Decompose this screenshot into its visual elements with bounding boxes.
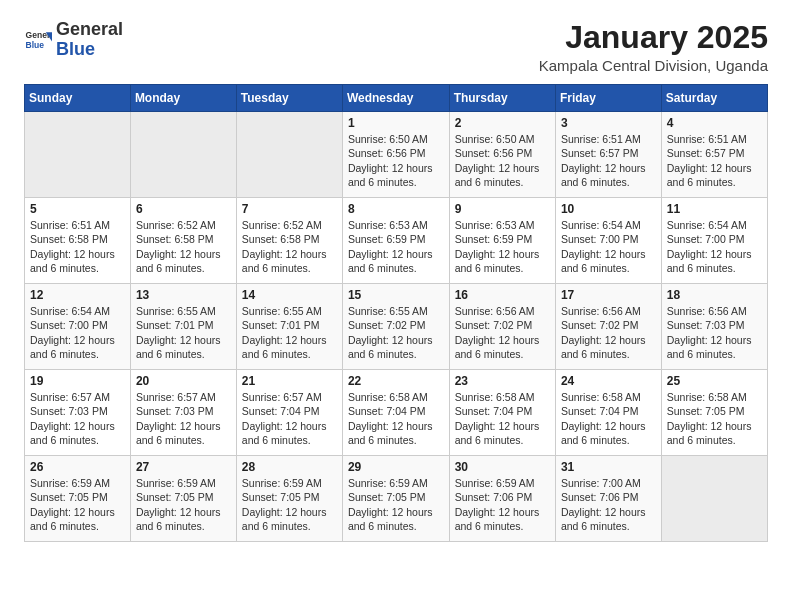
weekday-header-thursday: Thursday (449, 85, 555, 112)
day-number: 13 (136, 288, 231, 302)
day-number: 19 (30, 374, 125, 388)
calendar-cell: 14Sunrise: 6:55 AM Sunset: 7:01 PM Dayli… (236, 284, 342, 370)
day-number: 24 (561, 374, 656, 388)
logo: General Blue General Blue (24, 20, 123, 60)
day-info: Sunrise: 6:54 AM Sunset: 7:00 PM Dayligh… (667, 218, 762, 275)
day-info: Sunrise: 6:51 AM Sunset: 6:57 PM Dayligh… (667, 132, 762, 189)
day-info: Sunrise: 6:54 AM Sunset: 7:00 PM Dayligh… (561, 218, 656, 275)
day-info: Sunrise: 6:53 AM Sunset: 6:59 PM Dayligh… (455, 218, 550, 275)
calendar-cell: 13Sunrise: 6:55 AM Sunset: 7:01 PM Dayli… (130, 284, 236, 370)
day-info: Sunrise: 6:58 AM Sunset: 7:04 PM Dayligh… (348, 390, 444, 447)
day-info: Sunrise: 6:57 AM Sunset: 7:04 PM Dayligh… (242, 390, 337, 447)
logo-icon: General Blue (24, 26, 52, 54)
day-info: Sunrise: 6:52 AM Sunset: 6:58 PM Dayligh… (136, 218, 231, 275)
day-number: 31 (561, 460, 656, 474)
calendar-cell: 12Sunrise: 6:54 AM Sunset: 7:00 PM Dayli… (25, 284, 131, 370)
weekday-header-friday: Friday (555, 85, 661, 112)
weekday-header-sunday: Sunday (25, 85, 131, 112)
day-info: Sunrise: 6:55 AM Sunset: 7:01 PM Dayligh… (242, 304, 337, 361)
calendar-cell: 15Sunrise: 6:55 AM Sunset: 7:02 PM Dayli… (342, 284, 449, 370)
calendar-cell: 21Sunrise: 6:57 AM Sunset: 7:04 PM Dayli… (236, 370, 342, 456)
calendar-cell: 6Sunrise: 6:52 AM Sunset: 6:58 PM Daylig… (130, 198, 236, 284)
day-number: 5 (30, 202, 125, 216)
calendar-cell: 10Sunrise: 6:54 AM Sunset: 7:00 PM Dayli… (555, 198, 661, 284)
day-number: 27 (136, 460, 231, 474)
calendar-cell (25, 112, 131, 198)
calendar-cell: 2Sunrise: 6:50 AM Sunset: 6:56 PM Daylig… (449, 112, 555, 198)
day-info: Sunrise: 6:59 AM Sunset: 7:05 PM Dayligh… (136, 476, 231, 533)
calendar-week-row: 19Sunrise: 6:57 AM Sunset: 7:03 PM Dayli… (25, 370, 768, 456)
day-number: 17 (561, 288, 656, 302)
day-info: Sunrise: 6:54 AM Sunset: 7:00 PM Dayligh… (30, 304, 125, 361)
calendar-week-row: 1Sunrise: 6:50 AM Sunset: 6:56 PM Daylig… (25, 112, 768, 198)
calendar-cell: 3Sunrise: 6:51 AM Sunset: 6:57 PM Daylig… (555, 112, 661, 198)
calendar-cell (236, 112, 342, 198)
calendar-cell: 7Sunrise: 6:52 AM Sunset: 6:58 PM Daylig… (236, 198, 342, 284)
day-number: 7 (242, 202, 337, 216)
weekday-header-saturday: Saturday (661, 85, 767, 112)
day-number: 14 (242, 288, 337, 302)
calendar-cell: 28Sunrise: 6:59 AM Sunset: 7:05 PM Dayli… (236, 456, 342, 542)
calendar-title: January 2025 (539, 20, 768, 55)
day-info: Sunrise: 6:58 AM Sunset: 7:05 PM Dayligh… (667, 390, 762, 447)
day-info: Sunrise: 7:00 AM Sunset: 7:06 PM Dayligh… (561, 476, 656, 533)
calendar-cell: 23Sunrise: 6:58 AM Sunset: 7:04 PM Dayli… (449, 370, 555, 456)
calendar-cell: 19Sunrise: 6:57 AM Sunset: 7:03 PM Dayli… (25, 370, 131, 456)
day-number: 2 (455, 116, 550, 130)
day-number: 11 (667, 202, 762, 216)
day-number: 25 (667, 374, 762, 388)
calendar-cell: 30Sunrise: 6:59 AM Sunset: 7:06 PM Dayli… (449, 456, 555, 542)
calendar-cell: 20Sunrise: 6:57 AM Sunset: 7:03 PM Dayli… (130, 370, 236, 456)
calendar-cell: 9Sunrise: 6:53 AM Sunset: 6:59 PM Daylig… (449, 198, 555, 284)
day-number: 3 (561, 116, 656, 130)
svg-text:Blue: Blue (26, 40, 45, 50)
calendar-cell: 5Sunrise: 6:51 AM Sunset: 6:58 PM Daylig… (25, 198, 131, 284)
calendar-cell: 27Sunrise: 6:59 AM Sunset: 7:05 PM Dayli… (130, 456, 236, 542)
calendar-cell: 1Sunrise: 6:50 AM Sunset: 6:56 PM Daylig… (342, 112, 449, 198)
day-number: 4 (667, 116, 762, 130)
day-info: Sunrise: 6:50 AM Sunset: 6:56 PM Dayligh… (455, 132, 550, 189)
day-info: Sunrise: 6:52 AM Sunset: 6:58 PM Dayligh… (242, 218, 337, 275)
calendar-cell (130, 112, 236, 198)
calendar-cell: 16Sunrise: 6:56 AM Sunset: 7:02 PM Dayli… (449, 284, 555, 370)
day-info: Sunrise: 6:55 AM Sunset: 7:01 PM Dayligh… (136, 304, 231, 361)
day-info: Sunrise: 6:57 AM Sunset: 7:03 PM Dayligh… (30, 390, 125, 447)
day-info: Sunrise: 6:55 AM Sunset: 7:02 PM Dayligh… (348, 304, 444, 361)
weekday-header-monday: Monday (130, 85, 236, 112)
day-info: Sunrise: 6:56 AM Sunset: 7:02 PM Dayligh… (455, 304, 550, 361)
day-info: Sunrise: 6:51 AM Sunset: 6:57 PM Dayligh… (561, 132, 656, 189)
calendar-week-row: 5Sunrise: 6:51 AM Sunset: 6:58 PM Daylig… (25, 198, 768, 284)
day-number: 18 (667, 288, 762, 302)
calendar-cell: 11Sunrise: 6:54 AM Sunset: 7:00 PM Dayli… (661, 198, 767, 284)
calendar-week-row: 12Sunrise: 6:54 AM Sunset: 7:00 PM Dayli… (25, 284, 768, 370)
day-number: 16 (455, 288, 550, 302)
calendar-cell: 8Sunrise: 6:53 AM Sunset: 6:59 PM Daylig… (342, 198, 449, 284)
logo-blue-text: Blue (56, 39, 95, 59)
day-number: 9 (455, 202, 550, 216)
day-number: 1 (348, 116, 444, 130)
day-info: Sunrise: 6:51 AM Sunset: 6:58 PM Dayligh… (30, 218, 125, 275)
calendar-cell: 29Sunrise: 6:59 AM Sunset: 7:05 PM Dayli… (342, 456, 449, 542)
title-block: January 2025 Kampala Central Division, U… (539, 20, 768, 74)
day-info: Sunrise: 6:50 AM Sunset: 6:56 PM Dayligh… (348, 132, 444, 189)
logo-general-text: General (56, 19, 123, 39)
day-info: Sunrise: 6:56 AM Sunset: 7:02 PM Dayligh… (561, 304, 656, 361)
day-number: 10 (561, 202, 656, 216)
weekday-header-row: SundayMondayTuesdayWednesdayThursdayFrid… (25, 85, 768, 112)
calendar-cell: 4Sunrise: 6:51 AM Sunset: 6:57 PM Daylig… (661, 112, 767, 198)
calendar-week-row: 26Sunrise: 6:59 AM Sunset: 7:05 PM Dayli… (25, 456, 768, 542)
day-number: 26 (30, 460, 125, 474)
day-info: Sunrise: 6:59 AM Sunset: 7:05 PM Dayligh… (348, 476, 444, 533)
calendar-cell: 17Sunrise: 6:56 AM Sunset: 7:02 PM Dayli… (555, 284, 661, 370)
day-number: 12 (30, 288, 125, 302)
day-number: 15 (348, 288, 444, 302)
calendar-table: SundayMondayTuesdayWednesdayThursdayFrid… (24, 84, 768, 542)
day-info: Sunrise: 6:59 AM Sunset: 7:05 PM Dayligh… (242, 476, 337, 533)
calendar-cell: 25Sunrise: 6:58 AM Sunset: 7:05 PM Dayli… (661, 370, 767, 456)
calendar-cell: 31Sunrise: 7:00 AM Sunset: 7:06 PM Dayli… (555, 456, 661, 542)
calendar-cell: 26Sunrise: 6:59 AM Sunset: 7:05 PM Dayli… (25, 456, 131, 542)
day-number: 20 (136, 374, 231, 388)
day-number: 29 (348, 460, 444, 474)
weekday-header-wednesday: Wednesday (342, 85, 449, 112)
day-info: Sunrise: 6:53 AM Sunset: 6:59 PM Dayligh… (348, 218, 444, 275)
